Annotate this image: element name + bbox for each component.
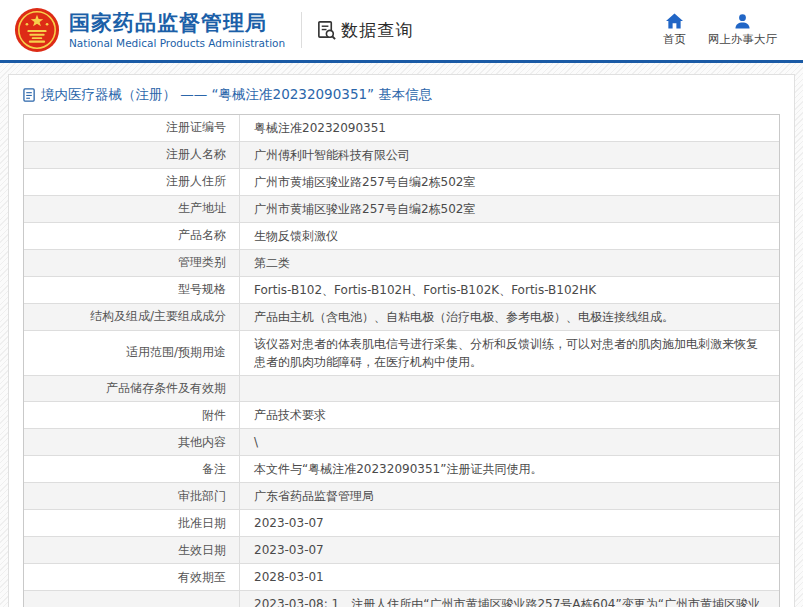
field-label-text: 附件 (202, 407, 226, 424)
data-query-tab[interactable]: 数据查询 (316, 19, 413, 42)
field-label: 产品名称 (24, 223, 240, 249)
field-value: 生物反馈刺激仪 (240, 223, 779, 249)
field-label-text: 适用范围/预期用途 (126, 344, 226, 361)
document-icon (23, 88, 36, 102)
field-value: 2023-03-07 (240, 510, 779, 536)
data-query-label: 数据查询 (341, 19, 413, 42)
field-label-text: 管理类别 (178, 254, 226, 271)
nav-home-label: 首页 (663, 32, 686, 47)
field-label-text: 生效日期 (178, 542, 226, 559)
field-value (240, 376, 779, 401)
field-label-text: 其他内容 (178, 434, 226, 451)
field-label: 注册人住所 (24, 169, 240, 195)
brand-link[interactable]: 国家药品监督管理局 National Medical Products Admi… (14, 7, 285, 53)
field-value: 广州市黄埔区骏业路257号自编2栋502室 (240, 169, 779, 195)
field-label: 变更情况 (24, 591, 240, 607)
field-label-text: 批准日期 (178, 515, 226, 532)
nav-home[interactable]: 首页 (663, 13, 686, 47)
table-row: 审批部门广东省药品监督管理局 (24, 482, 779, 509)
field-label: 备注 (24, 456, 240, 482)
field-value: 2023-03-08: 1、注册人住所由“广州市黄埔区骏业路257号A栋604”… (240, 591, 779, 607)
field-value: Fortis-B102、Fortis-B102H、Fortis-B102K、Fo… (240, 277, 779, 303)
user-icon (734, 13, 751, 29)
field-label-text: 有效期至 (178, 569, 226, 586)
table-row: 注册证编号粤械注准20232090351 (24, 115, 779, 141)
field-value: 本文件与“粤械注准20232090351”注册证共同使用。 (240, 456, 779, 482)
table-row: 附件产品技术要求 (24, 401, 779, 428)
page-title: 境内医疗器械（注册） —— “粤械注准20232090351” 基本信息 (9, 75, 794, 114)
content-panel: 境内医疗器械（注册） —— “粤械注准20232090351” 基本信息 注册证… (8, 74, 795, 607)
field-label: 产品储存条件及有效期 (24, 376, 240, 401)
field-label-text: 型号规格 (178, 281, 226, 298)
field-label-text: 产品名称 (178, 227, 226, 244)
field-value: 2028-03-01 (240, 564, 779, 590)
field-label-text: 审批部门 (178, 488, 226, 505)
registration-info-table: 注册证编号粤械注准20232090351注册人名称广州傅利叶智能科技有限公司注册… (23, 114, 780, 607)
table-row: 注册人名称广州傅利叶智能科技有限公司 (24, 141, 779, 168)
field-value: 产品由主机（含电池）、自粘电极（治疗电极、参考电极）、电极连接线组成。 (240, 304, 779, 330)
field-label: 适用范围/预期用途 (24, 331, 240, 375)
brand-title: 国家药品监督管理局 (69, 11, 285, 35)
field-value: 产品技术要求 (240, 402, 779, 428)
table-row: 其他内容\ (24, 428, 779, 455)
field-label-text: 备注 (202, 461, 226, 478)
field-label-text: 注册证编号 (166, 119, 226, 136)
field-label: 结构及组成/主要组成成分 (24, 304, 240, 330)
field-value: 第二类 (240, 250, 779, 276)
field-value: 广州市黄埔区骏业路257号自编2栋502室 (240, 196, 779, 222)
table-row: 生效日期2023-03-07 (24, 536, 779, 563)
site-header: 国家药品监督管理局 National Medical Products Admi… (0, 0, 803, 63)
page-title-text: 境内医疗器械（注册） —— “粤械注准20232090351” 基本信息 (41, 86, 432, 104)
field-label: 附件 (24, 402, 240, 428)
field-value: 2023-03-07 (240, 537, 779, 563)
table-row: 型号规格Fortis-B102、Fortis-B102H、Fortis-B102… (24, 276, 779, 303)
table-row: 结构及组成/主要组成成分产品由主机（含电池）、自粘电极（治疗电极、参考电极）、电… (24, 303, 779, 330)
national-emblem-icon (14, 7, 60, 53)
header-nav: 首页 网上办事大厅 (663, 13, 777, 47)
field-label: 型号规格 (24, 277, 240, 303)
field-label-text: 生产地址 (178, 200, 226, 217)
field-label: 其他内容 (24, 429, 240, 455)
table-row: 注册人住所广州市黄埔区骏业路257号自编2栋502室 (24, 168, 779, 195)
table-row: 变更情况2023-03-08: 1、注册人住所由“广州市黄埔区骏业路257号A栋… (24, 590, 779, 607)
header-divider (301, 12, 302, 48)
field-label: 生产地址 (24, 196, 240, 222)
field-label: 注册证编号 (24, 115, 240, 141)
field-label: 审批部门 (24, 483, 240, 509)
nav-online-service-hall[interactable]: 网上办事大厅 (708, 13, 777, 47)
table-row: 生产地址广州市黄埔区骏业路257号自编2栋502室 (24, 195, 779, 222)
field-label: 管理类别 (24, 250, 240, 276)
brand-subtitle: National Medical Products Administration (69, 37, 285, 49)
nav-hall-label: 网上办事大厅 (708, 32, 777, 47)
field-label-text: 结构及组成/主要组成成分 (90, 308, 226, 325)
field-label: 有效期至 (24, 564, 240, 590)
document-search-icon (316, 20, 337, 41)
table-row: 适用范围/预期用途该仪器对患者的体表肌电信号进行采集、分析和反馈训练，可以对患者… (24, 330, 779, 375)
table-row: 有效期至2028-03-01 (24, 563, 779, 590)
field-value: 该仪器对患者的体表肌电信号进行采集、分析和反馈训练，可以对患者的肌肉施加电刺激来… (240, 331, 779, 375)
field-label-text: 注册人名称 (166, 146, 226, 163)
field-value: 粤械注准20232090351 (240, 115, 779, 141)
table-row: 产品名称生物反馈刺激仪 (24, 222, 779, 249)
field-value: 广东省药品监督管理局 (240, 483, 779, 509)
table-row: 管理类别第二类 (24, 249, 779, 276)
field-label: 注册人名称 (24, 142, 240, 168)
table-row: 批准日期2023-03-07 (24, 509, 779, 536)
field-label: 生效日期 (24, 537, 240, 563)
field-value: \ (240, 429, 779, 455)
table-row: 产品储存条件及有效期 (24, 375, 779, 401)
field-label-text: 产品储存条件及有效期 (106, 380, 226, 397)
table-row: 备注本文件与“粤械注准20232090351”注册证共同使用。 (24, 455, 779, 482)
field-label: 批准日期 (24, 510, 240, 536)
field-value: 广州傅利叶智能科技有限公司 (240, 142, 779, 168)
home-icon (666, 13, 683, 29)
field-label-text: 注册人住所 (166, 173, 226, 190)
